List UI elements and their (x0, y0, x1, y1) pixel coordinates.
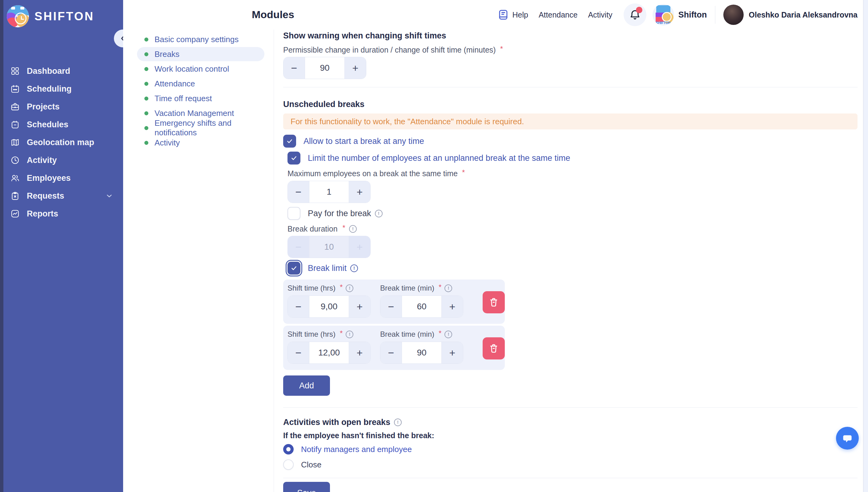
modules-menu-item-breaks[interactable]: Breaks (137, 47, 264, 61)
info-icon[interactable]: ! (375, 210, 382, 217)
header-link-activity[interactable]: Activity (588, 10, 612, 19)
user-name[interactable]: Oleshko Daria Aleksandrovna (749, 10, 858, 19)
sidebar-item-geolocation-map[interactable]: Geolocation map (0, 135, 123, 150)
notifications-button[interactable] (624, 3, 647, 26)
info-icon[interactable]: ! (394, 419, 402, 426)
company-logo-icon[interactable]: SHIFTON (653, 4, 674, 26)
info-icon[interactable]: ! (349, 225, 357, 233)
modules-menu-item-activity[interactable]: Activity (137, 136, 264, 150)
info-icon[interactable]: ! (346, 330, 353, 338)
sidebar-item-scheduling[interactable]: Scheduling (0, 81, 123, 97)
shift-time-label: Shift time (hrs) * ! (287, 330, 371, 339)
stepper-value[interactable]: 60 (402, 296, 441, 317)
sidebar-item-projects[interactable]: Projects (0, 99, 123, 115)
info-icon[interactable]: ! (444, 285, 452, 292)
company-name[interactable]: Shifton (678, 10, 707, 20)
add-button[interactable]: Add (283, 375, 330, 396)
calendar-icon (10, 84, 20, 94)
sidebar-item-label: Reports (27, 209, 58, 219)
open-breaks-heading-row: Activities with open breaks ! (283, 418, 858, 427)
allow-break-label[interactable]: Allow to start a break at any time (304, 137, 424, 146)
break-time-label: Break time (min) * ! (380, 284, 463, 292)
info-icon[interactable]: ! (350, 265, 358, 272)
pay-for-break-label[interactable]: Pay for the break (308, 209, 371, 218)
close-option-row: Close (283, 458, 858, 471)
shift-time-field: Shift time (hrs) * ! − 9,00 + (287, 284, 371, 318)
sidebar-nav: Dashboard Scheduling Projects Schedules (0, 63, 123, 221)
stepper-value[interactable]: 90 (402, 342, 441, 364)
stepper-value[interactable]: 9,00 (309, 296, 349, 317)
close-radio-unselected[interactable] (283, 460, 294, 470)
scrollbar-track[interactable] (863, 0, 868, 492)
help-link[interactable]: Help (497, 9, 528, 21)
clock-icon (10, 155, 20, 165)
delete-row-button[interactable] (483, 337, 505, 360)
brand[interactable]: SHIFTON (0, 0, 123, 29)
break-limit-card: Shift time (hrs) * ! − 12,00 + Break tim… (283, 326, 505, 370)
menu-item-label: Activity (155, 138, 180, 148)
permissible-change-label: Permissible change in duration / change … (283, 45, 858, 54)
users-icon (10, 173, 20, 183)
shift-time-stepper: − 9,00 + (287, 296, 371, 318)
sidebar-item-reports[interactable]: Reports (0, 206, 123, 221)
sidebar-item-employees[interactable]: Employees (0, 170, 123, 186)
notify-radio-selected[interactable] (283, 444, 294, 454)
green-dot-icon (144, 52, 148, 56)
increment-button[interactable]: + (441, 296, 463, 317)
info-icon[interactable]: ! (346, 285, 353, 292)
break-limit-label[interactable]: Break limit (308, 264, 347, 273)
decrement-button[interactable]: − (288, 181, 309, 203)
pay-for-break-checkbox[interactable] (287, 207, 300, 220)
decrement-button[interactable]: − (283, 57, 305, 79)
sidebar-item-activity[interactable]: Activity (0, 152, 123, 168)
limit-employees-row: Limit the number of employees at an unpl… (287, 152, 858, 165)
required-asterisk: * (500, 44, 503, 53)
limit-employees-label[interactable]: Limit the number of employees at an unpl… (308, 153, 570, 163)
info-icon[interactable]: ! (444, 330, 452, 338)
stepper-value[interactable]: 90 (305, 57, 345, 79)
header-link-attendance[interactable]: Attendance (539, 10, 578, 19)
app-root: SHIFTON Dashboard Scheduling (0, 0, 868, 492)
increment-button[interactable]: + (345, 57, 366, 79)
increment-button[interactable]: + (441, 342, 463, 364)
increment-button[interactable]: + (349, 296, 370, 317)
green-dot-icon (144, 141, 148, 145)
section-divider (283, 408, 858, 408)
sidebar-item-label: Geolocation map (27, 138, 94, 147)
menu-item-label: Breaks (155, 50, 180, 59)
sidebar-item-schedules[interactable]: Schedules (0, 117, 123, 132)
chat-widget-button[interactable] (836, 427, 859, 449)
sidebar-item-dashboard[interactable]: Dashboard (0, 63, 123, 79)
increment-button[interactable]: + (349, 181, 370, 203)
decrement-button[interactable]: − (288, 296, 309, 317)
green-dot-icon (144, 126, 148, 130)
user-avatar[interactable] (723, 5, 744, 25)
modules-menu-item-basic-company-settings[interactable]: Basic company settings (137, 32, 264, 46)
allow-break-checkbox[interactable] (283, 135, 296, 148)
modules-menu-item-attendance[interactable]: Attendance (137, 77, 264, 91)
sidebar-item-requests[interactable]: Requests (0, 188, 123, 203)
decrement-button[interactable]: − (380, 342, 402, 364)
allow-break-row: Allow to start a break at any time (283, 135, 858, 148)
section-heading-unscheduled-breaks: Unscheduled breaks (283, 100, 858, 109)
menu-item-label: Attendance (155, 79, 195, 89)
close-option-label[interactable]: Close (301, 460, 321, 470)
briefcase-icon (10, 102, 20, 112)
stepper-value[interactable]: 12,00 (309, 342, 349, 364)
notify-option-label[interactable]: Notify managers and employee (301, 445, 412, 454)
limit-employees-checkbox[interactable] (287, 152, 300, 165)
modules-menu-item-emergency-shifts[interactable]: Emergency shifts and notifications (137, 121, 264, 135)
modules-menu-item-work-location-control[interactable]: Work location control (137, 62, 264, 76)
sidebar-item-label: Dashboard (27, 67, 70, 76)
delete-row-button[interactable] (483, 291, 505, 313)
green-dot-icon (144, 97, 148, 101)
modules-menu-item-time-off-request[interactable]: Time off request (137, 91, 264, 105)
green-dot-icon (144, 38, 148, 42)
save-button[interactable]: Save (283, 482, 330, 492)
increment-button[interactable]: + (349, 342, 370, 364)
decrement-button[interactable]: − (380, 296, 402, 317)
break-limit-checkbox[interactable] (287, 262, 300, 275)
decrement-button[interactable]: − (288, 342, 309, 364)
stepper-value[interactable]: 1 (309, 181, 349, 203)
sidebar-edge (0, 0, 3, 492)
